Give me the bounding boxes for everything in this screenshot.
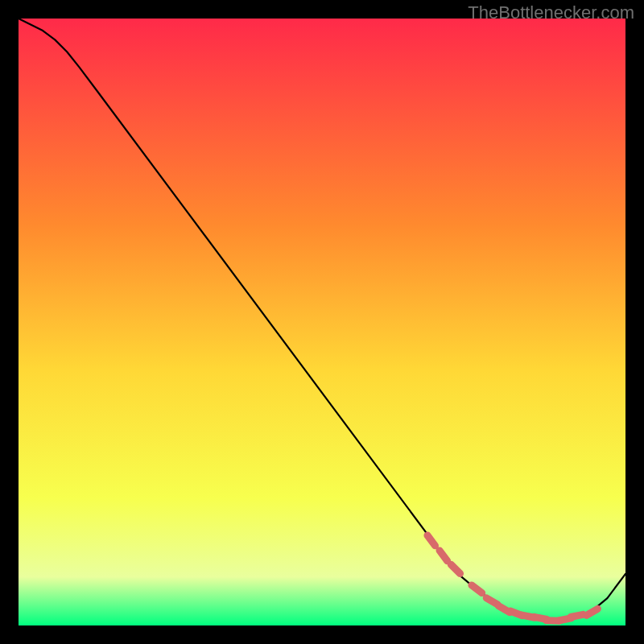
plot-area [19,19,625,625]
chart-container: TheBottlenecker.com [0,0,644,644]
bottleneck-plot [19,19,625,625]
gradient-background [19,19,625,625]
marker-point [571,614,584,617]
